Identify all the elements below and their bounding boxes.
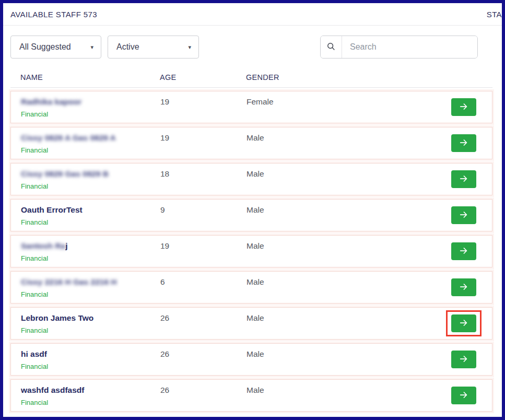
assign-staff-button[interactable] (451, 170, 476, 188)
staff-age: 26 (160, 349, 169, 358)
table-row: Radhika kapoorFinancial19Female (10, 91, 492, 123)
name-cell: Radhika kapoorFinancial (11, 91, 160, 123)
staff-gender: Male (246, 241, 264, 250)
column-header-gender: GENDER (246, 73, 435, 81)
staff-department: Financial (21, 146, 160, 158)
staff-department: Financial (21, 290, 160, 302)
assign-staff-button[interactable] (451, 242, 476, 260)
name-cell: Oauth ErrorTestFinancial (11, 200, 160, 231)
staff-name: Oauth ErrorTest (21, 205, 160, 215)
assign-staff-button[interactable] (451, 98, 476, 116)
staff-department: Financial (21, 363, 160, 375)
action-cell (434, 272, 492, 303)
app-window: AVAILABLE STAFF 573 STA All Suggested ▾ … (0, 0, 505, 420)
arrow-right-icon (459, 318, 469, 330)
column-header-age: AGE (160, 73, 246, 81)
action-cell (434, 127, 492, 159)
staff-department: Financial (21, 254, 160, 266)
staff-age: 19 (160, 241, 169, 250)
arrow-right-icon (459, 173, 469, 185)
status-filter-dropdown[interactable]: Active ▾ (108, 36, 199, 59)
staff-age: 26 (160, 313, 169, 322)
staff-gender: Male (246, 205, 264, 214)
assign-staff-button[interactable] (451, 314, 476, 332)
staff-name-text: hi asdf (21, 349, 47, 358)
staff-department: Financial (21, 218, 160, 230)
staff-name-blurred: Cissy 0829 Gas 0829 B (21, 169, 109, 178)
arrow-right-icon (459, 282, 469, 294)
assign-staff-button[interactable] (451, 206, 476, 224)
arrow-right-icon (459, 354, 469, 366)
staff-gender: Male (246, 313, 264, 322)
assign-staff-button[interactable] (451, 278, 476, 296)
staff-department: Financial (21, 399, 160, 411)
table-row: Cissy 0829 Gas 0829 BFinancial18Male (10, 163, 492, 195)
staff-name-text: Lebron James Two (21, 313, 93, 322)
arrow-right-icon (459, 137, 469, 149)
search-icon (326, 42, 336, 53)
arrow-right-icon (459, 390, 469, 402)
table-row: hi asdfFinancial26Male (10, 343, 492, 376)
action-cell (434, 308, 492, 339)
search-input[interactable] (342, 36, 477, 58)
table-row: washfd asdfasdfFinancial26Male (10, 379, 492, 412)
staff-age: 18 (160, 169, 169, 178)
page-title: AVAILABLE STAFF 573 (10, 10, 97, 19)
table-header-row: NAME AGE GENDER (10, 67, 492, 88)
arrow-right-icon (459, 101, 469, 113)
staff-name-text: Oauth ErrorTest (21, 205, 83, 214)
staff-department: Financial (21, 326, 160, 339)
staff-gender: Male (246, 133, 264, 142)
action-cell (434, 164, 492, 195)
table-row: Cissy 0829 A Gas 0829 AFinancial19Male (10, 127, 492, 159)
name-cell: washfd asdfasdfFinancial (11, 380, 160, 411)
staff-name-blurred: Cissy 2216 H Gas 2216 H (21, 277, 117, 286)
staff-age: 26 (160, 386, 169, 394)
staff-name: Lebron James Two (21, 313, 160, 323)
chevron-down-icon: ▾ (184, 44, 191, 51)
staff-age: 9 (160, 205, 165, 214)
staff-name: Santosh Raj (21, 241, 160, 251)
staff-gender: Male (246, 349, 264, 358)
assign-staff-button[interactable] (451, 387, 476, 404)
suggested-filter-value: All Suggested (19, 42, 71, 52)
assign-staff-button[interactable] (451, 351, 476, 368)
filter-toolbar: All Suggested ▾ Active ▾ (10, 36, 478, 59)
staff-table: NAME AGE GENDER Radhika kapoorFinancial1… (10, 67, 492, 412)
staff-gender: Male (246, 169, 264, 178)
staff-name-blurred: Radhika kapoor (21, 97, 81, 106)
staff-name-blurred: Cissy 0829 A Gas 0829 A (21, 133, 116, 142)
status-filter-value: Active (116, 42, 139, 52)
staff-gender: Female (246, 97, 274, 106)
staff-department: Financial (21, 182, 160, 194)
table-body: Radhika kapoorFinancial19FemaleCissy 082… (10, 91, 492, 412)
arrow-right-icon (459, 246, 469, 258)
search-bar (320, 36, 478, 59)
staff-name-text: j (65, 241, 67, 250)
suggested-filter-dropdown[interactable]: All Suggested ▾ (10, 36, 101, 59)
staff-name: hi asdf (21, 349, 160, 359)
table-row: Santosh RajFinancial19Male (10, 235, 492, 267)
staff-department: Financial (21, 110, 160, 122)
assign-staff-button[interactable] (451, 134, 476, 152)
staff-name-blurred: Santosh Ra (21, 241, 65, 250)
staff-name: Radhika kapoor (21, 97, 160, 107)
panel-header: AVAILABLE STAFF 573 STA (3, 3, 502, 26)
table-row: Lebron James TwoFinancial26Male (10, 307, 492, 340)
name-cell: hi asdfFinancial (11, 344, 160, 375)
name-cell: Santosh RajFinancial (11, 236, 160, 267)
action-cell (434, 200, 492, 231)
action-cell (434, 344, 492, 375)
arrow-right-icon (459, 209, 469, 221)
name-cell: Cissy 0829 A Gas 0829 AFinancial (11, 127, 160, 159)
staff-name: washfd asdfasdf (21, 386, 160, 395)
table-row: Oauth ErrorTestFinancial9Male (10, 199, 492, 231)
highlighted-target-outline (446, 310, 481, 336)
staff-gender: Male (246, 386, 264, 394)
staff-name: Cissy 2216 H Gas 2216 H (21, 277, 160, 287)
name-cell: Lebron James TwoFinancial (11, 308, 160, 339)
search-button[interactable] (321, 36, 342, 58)
adjacent-panel-title-clipped: STA (487, 10, 502, 19)
staff-age: 19 (160, 97, 169, 106)
staff-name: Cissy 0829 A Gas 0829 A (21, 133, 160, 143)
